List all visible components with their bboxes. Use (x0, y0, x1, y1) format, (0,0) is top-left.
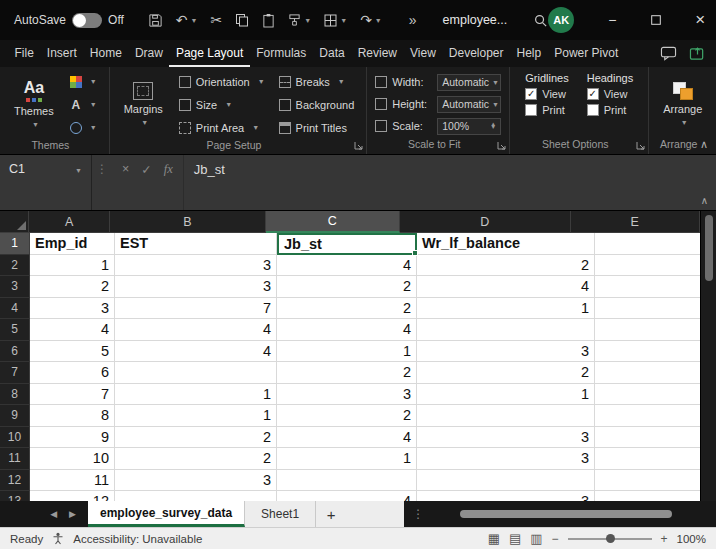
cell-A4[interactable]: 3 (30, 298, 115, 320)
normal-view-button[interactable]: ▦ (488, 532, 500, 545)
menu-tab-power-pivot[interactable]: Power Pivot (548, 40, 625, 67)
sheet-tab-sheet1[interactable]: Sheet1 (245, 501, 316, 527)
cell-E10[interactable] (595, 427, 700, 449)
menu-tab-insert[interactable]: Insert (40, 40, 83, 67)
borders-button[interactable]: ▼ (324, 14, 347, 27)
select-all-corner[interactable] (0, 211, 29, 233)
formula-input[interactable]: Jb_st (184, 155, 716, 210)
margins-button[interactable]: Margins ▼ (118, 80, 169, 129)
cell-E7[interactable] (595, 362, 700, 384)
cell-E12[interactable] (595, 470, 700, 492)
row-header-6[interactable]: 6 (0, 341, 30, 363)
toolbar-overflow-button[interactable]: » (409, 13, 417, 27)
cell-C10[interactable]: 4 (277, 427, 417, 449)
cell-B5[interactable]: 4 (115, 319, 277, 341)
fill-handle[interactable] (412, 250, 418, 256)
confirm-entry-button[interactable]: ✓ (141, 162, 151, 210)
zoom-slider-handle[interactable] (606, 534, 615, 543)
menu-tab-formulas[interactable]: Formulas (250, 40, 313, 67)
theme-effects-button[interactable]: ▼ (66, 117, 101, 138)
close-button[interactable]: × (678, 0, 716, 40)
cell-C5[interactable]: 4 (277, 319, 417, 341)
menu-tab-home[interactable]: Home (83, 40, 128, 67)
cell-E1[interactable] (595, 233, 700, 255)
insert-function-button[interactable]: fx (164, 162, 173, 210)
cell-A12[interactable]: 11 (30, 470, 115, 492)
cell-B4[interactable]: 7 (115, 298, 277, 320)
cell-D8[interactable]: 1 (417, 384, 595, 406)
menu-tab-page-layout[interactable]: Page Layout (169, 40, 249, 67)
cell-C7[interactable]: 2 (277, 362, 417, 384)
row-header-12[interactable]: 12 (0, 470, 30, 492)
page-break-view-button[interactable]: ▥ (530, 532, 542, 545)
maximize-button[interactable] (634, 0, 678, 40)
cell-D9[interactable] (417, 405, 595, 427)
column-header-A[interactable]: A (29, 211, 111, 233)
cell-E11[interactable] (595, 448, 700, 470)
menu-tab-developer[interactable]: Developer (442, 40, 510, 67)
cell-A8[interactable]: 7 (30, 384, 115, 406)
next-sheet-button[interactable]: ▶ (69, 509, 76, 519)
cell-C13[interactable]: 4 (277, 491, 417, 501)
cell-B13[interactable] (115, 491, 277, 501)
cell-E13[interactable] (595, 491, 700, 501)
cell-A2[interactable]: 1 (30, 255, 115, 277)
row-header-3[interactable]: 3 (0, 276, 30, 298)
cell-A3[interactable]: 2 (30, 276, 115, 298)
row-header-5[interactable]: 5 (0, 319, 30, 341)
zoom-level[interactable]: 100% (677, 533, 706, 545)
cell-D10[interactable]: 3 (417, 427, 595, 449)
cell-B12[interactable]: 3 (115, 470, 277, 492)
cell-D11[interactable]: 3 (417, 448, 595, 470)
size-button[interactable]: Size▼ (175, 94, 269, 115)
save-button[interactable] (148, 13, 163, 28)
accessibility-button[interactable] (52, 532, 64, 545)
comments-button[interactable] (660, 46, 677, 61)
new-sheet-button[interactable]: + (316, 501, 346, 527)
cell-D5[interactable] (417, 319, 595, 341)
cell-D6[interactable]: 3 (417, 341, 595, 363)
previous-sheet-button[interactable]: ◀ (50, 509, 57, 519)
themes-button[interactable]: Aa Themes ▼ (8, 78, 60, 131)
autosave-toggle[interactable] (72, 13, 102, 28)
cell-B11[interactable]: 2 (115, 448, 277, 470)
paste-button[interactable] (262, 13, 275, 28)
collapse-ribbon-button[interactable]: ∧ (700, 138, 708, 151)
cell-E9[interactable] (595, 405, 700, 427)
name-box[interactable]: C1 ▼ (0, 155, 92, 210)
cell-C3[interactable]: 2 (277, 276, 417, 298)
cell-E3[interactable] (595, 276, 700, 298)
cell-A7[interactable]: 6 (30, 362, 115, 384)
cell-E5[interactable] (595, 319, 700, 341)
zoom-in-button[interactable]: + (661, 532, 668, 546)
row-header-10[interactable]: 10 (0, 427, 30, 449)
menu-tab-review[interactable]: Review (351, 40, 403, 67)
sheet-options-dialog-launcher[interactable] (636, 141, 645, 150)
width-dropdown[interactable]: Automatic▼ (437, 74, 501, 91)
column-header-E[interactable]: E (571, 211, 700, 233)
cell-E6[interactable] (595, 341, 700, 363)
cell-A13[interactable]: 12 (30, 491, 115, 501)
orientation-button[interactable]: Orientation▼ (175, 71, 269, 92)
cell-B1[interactable]: EST (115, 233, 277, 255)
autosave-control[interactable]: AutoSave Off (0, 13, 124, 28)
row-header-11[interactable]: 11 (0, 448, 30, 470)
sheet-tab-employee-survey-data[interactable]: employee_survey_data (88, 501, 245, 527)
arrange-button[interactable]: Arrange ▼ (657, 80, 708, 129)
cell-B10[interactable]: 2 (115, 427, 277, 449)
cell-A6[interactable]: 5 (30, 341, 115, 363)
cell-E4[interactable] (595, 298, 700, 320)
column-header-D[interactable]: D (400, 211, 571, 233)
more-options-icon[interactable]: ⋮ (412, 507, 424, 521)
cell-B8[interactable]: 1 (115, 384, 277, 406)
undo-button[interactable]: ↶▼ (176, 13, 198, 27)
cell-C1[interactable]: Jb_st (277, 233, 417, 255)
row-header-8[interactable]: 8 (0, 384, 30, 406)
row-header-1[interactable]: 1 (0, 233, 30, 255)
cell-D1[interactable]: Wr_lf_balance (417, 233, 595, 255)
row-header-2[interactable]: 2 (0, 255, 30, 277)
headings-print-checkbox[interactable]: Print (587, 104, 633, 116)
redo-button[interactable]: ↷▼ (360, 13, 382, 27)
format-painter-button[interactable]: ▼ (288, 13, 311, 27)
cell-C12[interactable] (277, 470, 417, 492)
